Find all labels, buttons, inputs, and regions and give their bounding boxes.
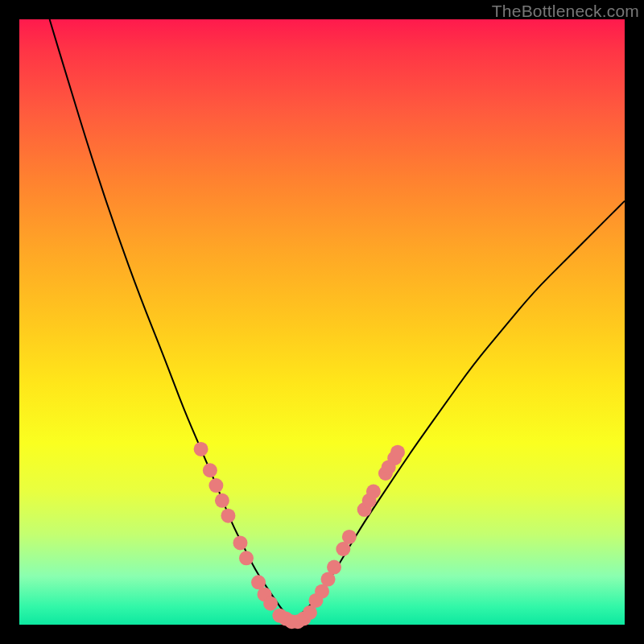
data-point bbox=[239, 551, 254, 565]
data-point bbox=[215, 493, 229, 508]
curve-right-branch bbox=[291, 201, 625, 622]
data-point bbox=[263, 597, 278, 611]
curve-left-branch bbox=[50, 19, 292, 621]
watermark-text: TheBottleneck.com bbox=[492, 2, 639, 21]
data-point bbox=[233, 535, 247, 550]
data-point bbox=[327, 560, 341, 575]
data-point bbox=[203, 463, 217, 477]
data-point bbox=[342, 530, 357, 544]
chart-svg bbox=[19, 19, 625, 625]
data-points-group bbox=[194, 442, 405, 629]
data-point bbox=[208, 478, 223, 493]
data-point bbox=[194, 442, 208, 456]
data-point bbox=[390, 445, 405, 460]
chart-frame bbox=[19, 19, 625, 625]
data-point bbox=[366, 485, 381, 499]
data-point bbox=[221, 509, 235, 523]
